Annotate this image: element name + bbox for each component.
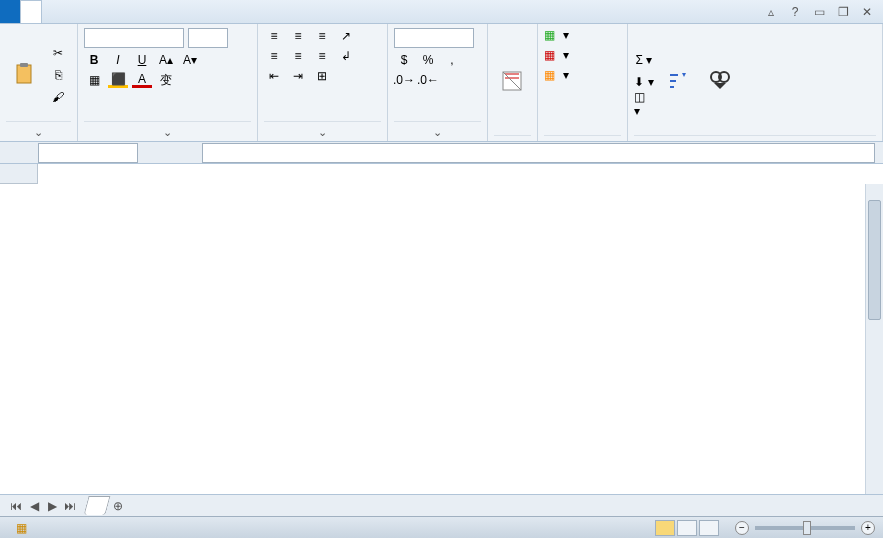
group-cells-label	[544, 135, 621, 139]
zoom-in-button[interactable]: +	[861, 521, 875, 535]
italic-icon[interactable]: I	[108, 52, 128, 68]
tab-next-icon[interactable]: ▶	[44, 498, 60, 514]
currency-icon[interactable]: $	[394, 52, 414, 68]
view-break-icon[interactable]	[699, 520, 719, 536]
group-styles-label	[494, 135, 531, 139]
clear-icon[interactable]: ◫ ▾	[634, 96, 654, 112]
sheet-tab[interactable]	[83, 496, 110, 515]
menu-file[interactable]	[0, 0, 20, 23]
zoom-out-button[interactable]: −	[735, 521, 749, 535]
group-editing-label	[634, 135, 876, 139]
indent-dec-icon[interactable]: ⇤	[264, 68, 284, 84]
formula-bar[interactable]	[202, 143, 875, 163]
insert-cells-button[interactable]: ▦ ▾	[544, 28, 621, 42]
menu-tab-home[interactable]	[20, 0, 42, 23]
ribbon: ✂ ⎘ 🖌 ⌄ B I U A▴ A▾ ▦ ⬛ A 变	[0, 24, 883, 142]
window-controls: ▵ ? ▭ ❐ ✕	[755, 0, 883, 23]
merge-icon[interactable]: ⊞	[312, 68, 332, 84]
restore-icon[interactable]: ❐	[835, 4, 851, 20]
border-icon[interactable]: ▦	[84, 72, 104, 88]
font-color-icon[interactable]: A	[132, 72, 152, 88]
svg-rect-1	[20, 63, 28, 67]
menu-tab-layout[interactable]	[62, 0, 82, 23]
align-top-icon[interactable]: ≡	[264, 28, 284, 44]
font-size-combo[interactable]	[188, 28, 228, 48]
menu-tab-view[interactable]	[142, 0, 162, 23]
find-select-button[interactable]	[702, 67, 738, 97]
font-grow-icon[interactable]: A▴	[156, 52, 176, 68]
name-box[interactable]	[38, 143, 138, 163]
comma-icon[interactable]: ,	[442, 52, 462, 68]
formula-bar-row	[0, 142, 883, 164]
align-center-icon[interactable]: ≡	[288, 48, 308, 64]
group-clipboard-label: ⌄	[6, 121, 71, 139]
tab-first-icon[interactable]: ⏮	[8, 498, 24, 514]
svg-rect-0	[17, 65, 31, 83]
underline-icon[interactable]: U	[132, 52, 152, 68]
spreadsheet-grid	[0, 164, 883, 494]
menu-tab-formulas[interactable]	[82, 0, 102, 23]
vertical-scrollbar[interactable]	[865, 184, 883, 494]
format-cells-button[interactable]: ▦ ▾	[544, 68, 621, 82]
format-painter-icon[interactable]: 🖌	[48, 89, 68, 105]
percent-icon[interactable]: %	[418, 52, 438, 68]
menu-tab-review[interactable]	[122, 0, 142, 23]
status-info-icon: ▦	[16, 521, 27, 535]
align-bottom-icon[interactable]: ≡	[312, 28, 332, 44]
decimal-inc-icon[interactable]: .0→	[394, 72, 414, 88]
align-middle-icon[interactable]: ≡	[288, 28, 308, 44]
menu-tab-dev[interactable]	[162, 0, 182, 23]
minimize-ribbon-icon[interactable]: ▵	[763, 4, 779, 20]
bold-icon[interactable]: B	[84, 52, 104, 68]
minimize-icon[interactable]: ▭	[811, 4, 827, 20]
indent-inc-icon[interactable]: ⇥	[288, 68, 308, 84]
sum-icon[interactable]: Σ ▾	[634, 52, 654, 68]
sheet-tab-bar: ⏮ ◀ ▶ ⏭ ⊕	[0, 494, 883, 516]
group-align-label: ⌄	[264, 121, 381, 139]
orientation-icon[interactable]: ↗	[336, 28, 356, 44]
align-right-icon[interactable]: ≡	[312, 48, 332, 64]
menu-bar: ▵ ? ▭ ❐ ✕	[0, 0, 883, 24]
close-icon[interactable]: ✕	[859, 4, 875, 20]
font-shrink-icon[interactable]: A▾	[180, 52, 200, 68]
group-number-label: ⌄	[394, 121, 481, 139]
status-bar: ▦ − +	[0, 516, 883, 538]
select-all-corner[interactable]	[0, 164, 38, 184]
zoom-slider[interactable]	[755, 526, 855, 530]
tab-last-icon[interactable]: ⏭	[62, 498, 78, 514]
view-normal-icon[interactable]	[655, 520, 675, 536]
wrap-text-icon[interactable]: ↲	[336, 48, 356, 64]
group-font-label: ⌄	[84, 121, 251, 139]
delete-cells-button[interactable]: ▦ ▾	[544, 48, 621, 62]
cut-icon[interactable]: ✂	[48, 45, 68, 61]
scrollbar-thumb[interactable]	[868, 200, 881, 320]
fill-color-icon[interactable]: ⬛	[108, 72, 128, 88]
tab-prev-icon[interactable]: ◀	[26, 498, 42, 514]
paste-button[interactable]	[6, 60, 42, 90]
copy-icon[interactable]: ⎘	[48, 67, 68, 83]
fill-icon[interactable]: ⬇ ▾	[634, 74, 654, 90]
decimal-dec-icon[interactable]: .0←	[418, 72, 438, 88]
menu-tab-insert[interactable]	[42, 0, 62, 23]
menu-tab-data[interactable]	[102, 0, 122, 23]
number-format-combo[interactable]	[394, 28, 474, 48]
align-left-icon[interactable]: ≡	[264, 48, 284, 64]
phonetic-icon[interactable]: 变	[156, 72, 176, 88]
help-icon[interactable]: ?	[787, 4, 803, 20]
styles-button[interactable]	[494, 67, 530, 97]
view-layout-icon[interactable]	[677, 520, 697, 536]
sort-filter-button[interactable]	[660, 67, 696, 97]
font-name-combo[interactable]	[84, 28, 184, 48]
new-sheet-icon[interactable]: ⊕	[110, 498, 126, 514]
